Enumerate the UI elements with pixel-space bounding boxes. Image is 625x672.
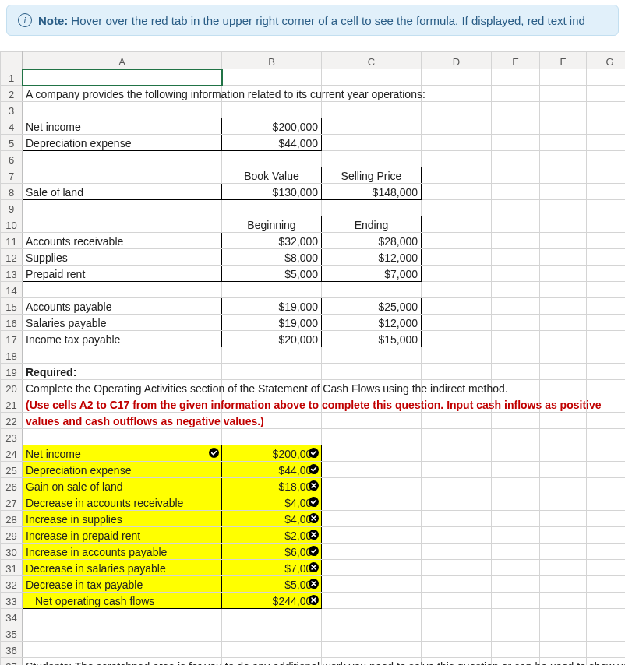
row-header-25[interactable]: 25 bbox=[1, 462, 23, 478]
cell-C14[interactable] bbox=[322, 282, 422, 298]
cell-B12[interactable]: $8,000 bbox=[222, 249, 322, 266]
cell-G34[interactable] bbox=[587, 609, 626, 625]
cell-A16[interactable]: Salaries payable bbox=[23, 315, 222, 331]
cell-B15[interactable]: $19,000 bbox=[222, 298, 322, 315]
cell-C37[interactable] bbox=[322, 658, 422, 666]
cell-D27[interactable] bbox=[422, 494, 492, 511]
cell-G3[interactable] bbox=[587, 102, 626, 118]
cell-C10[interactable]: Ending bbox=[322, 216, 422, 233]
cell-A35[interactable] bbox=[23, 625, 222, 642]
row-header-35[interactable]: 35 bbox=[1, 625, 23, 642]
cell-B37[interactable] bbox=[222, 658, 322, 666]
cell-F9[interactable] bbox=[540, 200, 587, 216]
cell-D3[interactable] bbox=[422, 102, 492, 118]
cell-F14[interactable] bbox=[540, 282, 587, 298]
cell-C28[interactable] bbox=[322, 511, 422, 527]
cell-D35[interactable] bbox=[422, 625, 492, 642]
cell-G23[interactable] bbox=[587, 429, 626, 445]
col-header-D[interactable]: D bbox=[422, 52, 492, 69]
cell-E27[interactable] bbox=[492, 494, 540, 511]
cell-E5[interactable] bbox=[492, 135, 540, 151]
cell-B16[interactable]: $19,000 bbox=[222, 315, 322, 331]
cell-D17[interactable] bbox=[422, 331, 492, 347]
row-header-17[interactable]: 17 bbox=[1, 331, 23, 347]
cell-D22[interactable] bbox=[422, 413, 492, 429]
row-header-20[interactable]: 20 bbox=[1, 380, 23, 396]
cell-F25[interactable] bbox=[540, 462, 587, 478]
cell-G9[interactable] bbox=[587, 200, 626, 216]
cell-G26[interactable] bbox=[587, 478, 626, 494]
cell-A28[interactable]: Increase in supplies bbox=[23, 511, 222, 527]
cell-B29[interactable]: $2,000 bbox=[222, 527, 322, 544]
cell-E28[interactable] bbox=[492, 511, 540, 527]
cell-C3[interactable] bbox=[322, 102, 422, 118]
cell-A34[interactable] bbox=[23, 609, 222, 625]
cell-F31[interactable] bbox=[540, 560, 587, 576]
cell-D11[interactable] bbox=[422, 233, 492, 249]
cell-D1[interactable] bbox=[422, 69, 492, 86]
cell-F22[interactable] bbox=[540, 413, 587, 429]
cell-C17[interactable]: $15,000 bbox=[322, 331, 422, 347]
cell-E22[interactable] bbox=[492, 413, 540, 429]
cell-A20[interactable]: Complete the Operating Activities sectio… bbox=[23, 380, 222, 396]
cell-A37[interactable]: Students: The scratchpad area is for you… bbox=[23, 658, 222, 666]
cell-D16[interactable] bbox=[422, 315, 492, 331]
cell-F11[interactable] bbox=[540, 233, 587, 249]
cell-F32[interactable] bbox=[540, 576, 587, 593]
cell-E15[interactable] bbox=[492, 298, 540, 315]
row-header-37[interactable]: 37 bbox=[1, 658, 23, 666]
cell-F34[interactable] bbox=[540, 609, 587, 625]
cell-B1[interactable] bbox=[222, 69, 322, 86]
cell-F6[interactable] bbox=[540, 151, 587, 167]
cell-F10[interactable] bbox=[540, 216, 587, 233]
cell-B19[interactable] bbox=[222, 364, 322, 380]
cell-F13[interactable] bbox=[540, 266, 587, 282]
cell-G36[interactable] bbox=[587, 642, 626, 658]
col-header-C[interactable]: C bbox=[322, 52, 422, 69]
select-all-corner[interactable] bbox=[1, 52, 23, 69]
cell-D21[interactable] bbox=[422, 396, 492, 413]
cell-F8[interactable] bbox=[540, 184, 587, 200]
cell-E8[interactable] bbox=[492, 184, 540, 200]
cell-D2[interactable] bbox=[422, 86, 492, 102]
row-header-30[interactable]: 30 bbox=[1, 544, 23, 560]
cell-C29[interactable] bbox=[322, 527, 422, 544]
cell-B3[interactable] bbox=[222, 102, 322, 118]
cell-F2[interactable] bbox=[540, 86, 587, 102]
cell-E21[interactable] bbox=[492, 396, 540, 413]
cell-E2[interactable] bbox=[492, 86, 540, 102]
row-header-33[interactable]: 33 bbox=[1, 593, 23, 609]
cell-C32[interactable] bbox=[322, 576, 422, 593]
cell-B35[interactable] bbox=[222, 625, 322, 642]
cell-G27[interactable] bbox=[587, 494, 626, 511]
cell-F35[interactable] bbox=[540, 625, 587, 642]
cell-G19[interactable] bbox=[587, 364, 626, 380]
cell-C11[interactable]: $28,000 bbox=[322, 233, 422, 249]
cell-D13[interactable] bbox=[422, 266, 492, 282]
cell-C4[interactable] bbox=[322, 118, 422, 135]
cell-E24[interactable] bbox=[492, 445, 540, 462]
cell-C20[interactable] bbox=[322, 380, 422, 396]
cell-D31[interactable] bbox=[422, 560, 492, 576]
row-header-2[interactable]: 2 bbox=[1, 86, 23, 102]
cell-C23[interactable] bbox=[322, 429, 422, 445]
cell-F21[interactable] bbox=[540, 396, 587, 413]
row-header-1[interactable]: 1 bbox=[1, 69, 23, 86]
cell-E19[interactable] bbox=[492, 364, 540, 380]
row-header-15[interactable]: 15 bbox=[1, 298, 23, 315]
cell-B27[interactable]: $4,000 bbox=[222, 494, 322, 511]
cell-A25[interactable]: Depreciation expense bbox=[23, 462, 222, 478]
cell-F37[interactable] bbox=[540, 658, 587, 666]
cell-G37[interactable] bbox=[587, 658, 626, 666]
cell-C8[interactable]: $148,000 bbox=[322, 184, 422, 200]
cell-F26[interactable] bbox=[540, 478, 587, 494]
cell-B30[interactable]: $6,000 bbox=[222, 544, 322, 560]
cell-G24[interactable] bbox=[587, 445, 626, 462]
cell-C31[interactable] bbox=[322, 560, 422, 576]
row-header-18[interactable]: 18 bbox=[1, 347, 23, 364]
cell-G35[interactable] bbox=[587, 625, 626, 642]
cell-C1[interactable] bbox=[322, 69, 422, 86]
cell-D37[interactable] bbox=[422, 658, 492, 666]
cell-G18[interactable] bbox=[587, 347, 626, 364]
cell-F3[interactable] bbox=[540, 102, 587, 118]
